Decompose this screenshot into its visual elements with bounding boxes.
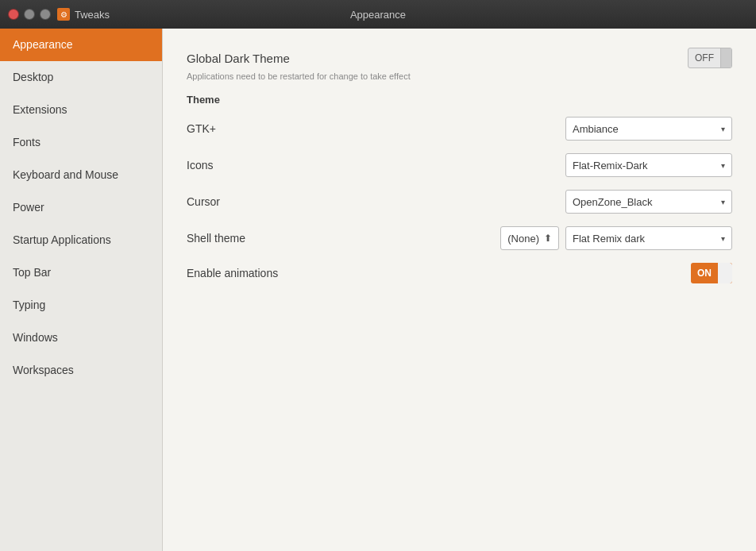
sidebar-item-power[interactable]: Power [0,191,162,224]
shell-theme-label: Shell theme [187,232,245,245]
content-area: Global Dark Theme OFF Applications need … [163,29,756,551]
theme-section-label: Theme [187,94,732,106]
animations-row: Enable animations ON [187,263,732,283]
sidebar-item-extensions-label: Extensions [13,103,67,116]
icons-label: Icons [187,159,213,171]
sidebar-item-startup-label: Startup Applications [13,233,111,246]
cursor-dropdown-value: OpenZone_Black [573,196,652,208]
shell-theme-row: Shell theme (None) ⬆ Flat Remix dark ▾ [187,226,732,250]
sidebar-item-desktop-label: Desktop [13,71,53,83]
sidebar-item-windows[interactable]: Windows [0,322,162,354]
sidebar: Appearance Desktop Extensions Fonts Keyb… [0,29,163,551]
main-layout: Appearance Desktop Extensions Fonts Keyb… [0,29,756,551]
global-dark-theme-label: Global Dark Theme [187,52,290,65]
chevron-down-icon: ▾ [721,234,725,243]
icons-row: Icons Flat-Remix-Dark ▾ [187,153,732,177]
cursor-dropdown[interactable]: OpenZone_Black ▾ [565,190,732,214]
global-dark-toggle[interactable]: OFF [688,48,732,68]
global-dark-theme-row: Global Dark Theme OFF [187,48,732,68]
window-controls [8,9,51,20]
sidebar-item-workspaces-label: Workspaces [13,364,74,376]
minimize-button[interactable] [24,9,35,20]
animations-toggle[interactable]: ON [691,263,732,283]
animations-label: Enable animations [187,267,278,279]
sidebar-item-top-bar[interactable]: Top Bar [0,256,162,289]
sidebar-item-fonts-label: Fonts [13,136,40,148]
sidebar-item-typing-label: Typing [13,299,45,311]
cursor-label: Cursor [187,195,220,208]
app-label: ⚙ Tweaks [57,8,110,21]
sidebar-item-appearance-label: Appearance [13,38,73,51]
sidebar-item-typing[interactable]: Typing [0,289,162,322]
sidebar-item-extensions[interactable]: Extensions [0,94,162,126]
toggle-switch-off [720,48,731,68]
toggle-switch-on [718,263,732,283]
cursor-row: Cursor OpenZone_Black ▾ [187,190,732,214]
sidebar-item-startup[interactable]: Startup Applications [0,224,162,256]
app-icon: ⚙ [57,8,70,21]
gtk-label: GTK+ [187,122,216,135]
chevron-down-icon: ▾ [721,125,725,133]
sidebar-item-desktop[interactable]: Desktop [0,61,162,94]
sidebar-item-keyboard-mouse[interactable]: Keyboard and Mouse [0,159,162,191]
global-dark-subtitle: Applications need to be restarted for ch… [187,71,732,81]
global-dark-toggle-label: OFF [688,48,720,67]
app-name: Tweaks [75,9,110,21]
animations-toggle-label: ON [691,263,718,283]
gtk-row: GTK+ Ambiance ▾ [187,117,732,141]
chevron-down-icon: ▾ [721,161,725,170]
shell-theme-dropdown[interactable]: Flat Remix dark ▾ [565,226,732,250]
sidebar-item-fonts[interactable]: Fonts [0,126,162,159]
sidebar-item-workspaces[interactable]: Workspaces [0,354,162,387]
gtk-dropdown-value: Ambiance [573,123,619,135]
shell-none-button[interactable]: (None) ⬆ [500,226,559,250]
titlebar: ⚙ Tweaks Appearance [0,0,756,29]
gtk-dropdown[interactable]: Ambiance ▾ [565,117,732,141]
sidebar-item-top-bar-label: Top Bar [13,266,51,279]
shell-theme-dropdown-value: Flat Remix dark [573,233,645,245]
sidebar-item-keyboard-mouse-label: Keyboard and Mouse [13,168,118,181]
shell-none-label: (None) [507,233,539,245]
upload-icon: ⬆ [544,233,552,244]
sidebar-item-windows-label: Windows [13,331,58,344]
sidebar-item-appearance[interactable]: Appearance [0,29,162,61]
close-button[interactable] [8,9,19,20]
icons-dropdown-value: Flat-Remix-Dark [573,160,648,171]
chevron-down-icon: ▾ [721,198,725,206]
window-title: Appearance [350,9,406,21]
sidebar-item-power-label: Power [13,201,44,214]
maximize-button[interactable] [40,9,51,20]
shell-theme-controls: (None) ⬆ Flat Remix dark ▾ [500,226,732,250]
icons-dropdown[interactable]: Flat-Remix-Dark ▾ [565,153,732,177]
